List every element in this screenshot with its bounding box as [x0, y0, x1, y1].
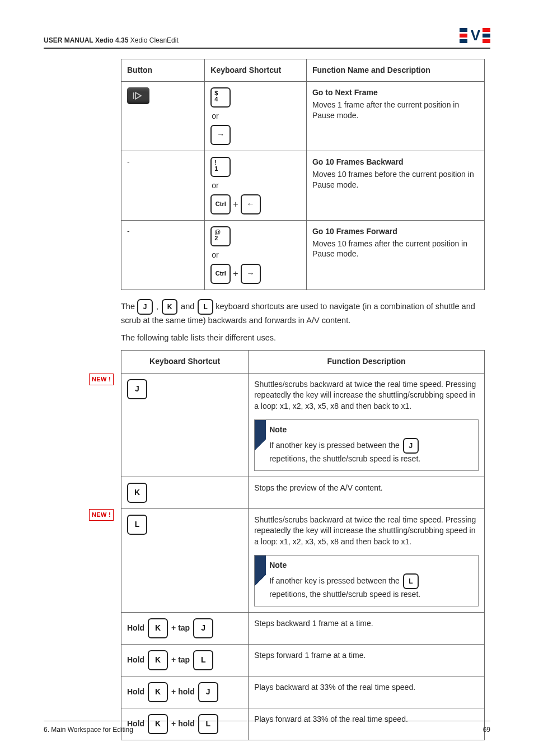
key-excl-1: !1 — [210, 157, 231, 177]
key-arrow-right: → — [241, 264, 261, 284]
footer-section: 6. Main Workspace for Editing — [44, 726, 133, 734]
evs-logo: V — [460, 27, 490, 44]
key-l: L — [127, 515, 147, 535]
key-l: L — [193, 650, 213, 670]
page-number: 69 — [483, 726, 490, 734]
key-j: J — [193, 618, 213, 638]
key-ctrl: Ctrl — [210, 194, 231, 214]
key-j: J — [198, 682, 218, 702]
key-arrow-right: → — [210, 125, 231, 145]
table-row: K Stops the preview of the A/V content. — [121, 477, 485, 508]
key-j-icon: J — [137, 299, 153, 315]
key-j-icon: J — [403, 438, 419, 454]
note-marker-icon — [255, 556, 266, 605]
table-row: - !1 or Ctrl + ← Go 10 Frames Backward M… — [121, 151, 485, 220]
key-k: K — [148, 682, 168, 702]
table-row: Hold K + tap J Steps backward 1 frame at… — [121, 612, 485, 644]
table-row: NEW ! L Shuttles/scrubs backward at twic… — [121, 508, 485, 612]
note-box: Note If another key is pressed between t… — [254, 555, 479, 606]
manual-title: USER MANUAL Xedio 4.35 Xedio CleanEdit — [44, 36, 179, 44]
key-l-icon: L — [198, 299, 213, 315]
key-dollar-4: $4 — [210, 87, 231, 108]
th-function: Function Name and Description — [306, 59, 484, 82]
table-row: NEW ! J Shuttles/scrubs backward at twic… — [121, 373, 485, 477]
th-shortcut: Keyboard Shortcut — [121, 351, 249, 374]
key-k: K — [127, 483, 147, 503]
note-box: Note If another key is pressed between t… — [254, 419, 479, 470]
table-row: Hold K + hold J Plays backward at 33% of… — [121, 676, 485, 708]
key-k: K — [148, 618, 168, 638]
new-badge: NEW ! — [89, 509, 114, 521]
go-next-frame-icon — [127, 87, 149, 104]
th-button: Button — [121, 59, 205, 82]
th-desc: Function Description — [249, 351, 485, 374]
table-row: Hold K + tap L Steps forward 1 frame at … — [121, 644, 485, 676]
key-at-2: @2 — [210, 226, 231, 246]
key-arrow-left: ← — [241, 194, 261, 214]
function-description-table: Keyboard Shortcut Function Description N… — [121, 350, 485, 740]
jkl-intro-paragraph: The J, K and L keyboard shortcuts are us… — [121, 299, 485, 327]
button-shortcut-table: Button Keyboard Shortcut Function Name a… — [121, 59, 485, 290]
table-row: $4 or → Go to Next Frame Moves 1 frame a… — [121, 81, 485, 151]
new-badge: NEW ! — [89, 374, 114, 385]
key-l-icon: L — [403, 573, 419, 589]
page-footer: 6. Main Workspace for Editing 69 — [44, 721, 490, 734]
key-k-icon: K — [162, 299, 177, 315]
page-header: USER MANUAL Xedio 4.35 Xedio CleanEdit V — [44, 27, 490, 49]
table-intro: The following table lists their differen… — [121, 332, 485, 344]
table-row: - @2 or Ctrl + → Go 10 Frames Forward Mo… — [121, 220, 485, 290]
key-j: J — [127, 379, 147, 399]
key-ctrl: Ctrl — [210, 264, 231, 284]
th-shortcut: Keyboard Shortcut — [205, 59, 307, 82]
note-marker-icon — [255, 420, 266, 470]
key-k: K — [148, 650, 168, 670]
